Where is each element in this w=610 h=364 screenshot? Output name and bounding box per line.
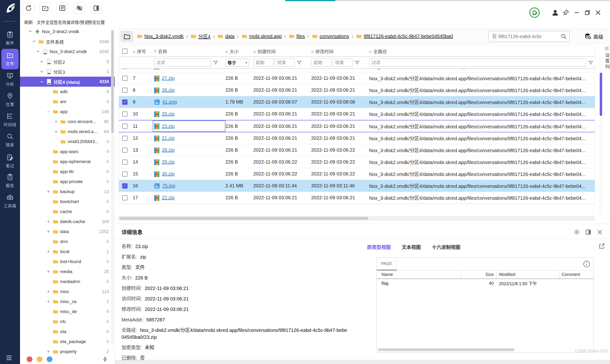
row-checkbox[interactable] (122, 124, 127, 129)
tree-item[interactable]: +data2252 (20, 227, 115, 237)
viewer-column-header[interactable]: Size (461, 271, 497, 279)
tree-item[interactable]: +分区25 (20, 57, 115, 67)
tree-expander-icon[interactable]: − (45, 109, 52, 115)
tree-item[interactable]: +local1 (20, 247, 115, 257)
tree-item[interactable]: adb0 (20, 87, 115, 97)
tree-item[interactable]: +media25 (20, 267, 115, 277)
breadcrumb-item[interactable]: data (217, 33, 234, 39)
tree-item[interactable]: app-asec0 (20, 147, 115, 157)
sidebar-item-timeline[interactable]: 时间线 (1, 110, 19, 130)
tree-expander-icon[interactable]: + (38, 69, 45, 75)
tree-item[interactable]: app-lib0 (20, 167, 115, 177)
viewer-column-header[interactable]: Modified (497, 271, 559, 279)
tree-item[interactable]: lost+found0 (20, 257, 115, 267)
sidebar-item-files[interactable]: 文件 (1, 49, 19, 69)
tree-item[interactable]: +dalvik-cache104 (20, 217, 115, 227)
file-link[interactable]: 41.png (162, 99, 177, 105)
column-header[interactable]: ≡大小 (225, 48, 253, 54)
table-row[interactable]: 624.zip226 B2022-11-09 03:06:212022-11-0… (119, 69, 595, 72)
file-link[interactable]: 26.zip (162, 87, 175, 93)
tree-item[interactable]: +mobi.skred.a...64 (20, 127, 115, 137)
tree-expander-icon[interactable]: + (45, 229, 52, 234)
sidebar-item-case[interactable]: 案件 (1, 28, 19, 49)
tree-item[interactable]: +backup13 (20, 187, 115, 197)
folder-view-button[interactable] (121, 31, 133, 42)
modified-start-input[interactable] (311, 59, 331, 67)
breadcrumb-label[interactable]: Nox_3-disk2.vmdk (144, 34, 184, 39)
viewer-tab-text[interactable]: 文本视图 (402, 244, 421, 252)
table-row[interactable]: 826.zip226 B2022-11-09 03:06:212022-11-0… (119, 84, 595, 96)
user-button[interactable] (552, 9, 559, 16)
breadcrumb-label[interactable]: mobi.skred.app (249, 34, 282, 39)
table-row[interactable]: 1221.zip226 B2022-11-09 03:06:212022-11-… (119, 132, 595, 144)
tree-expander-icon[interactable]: + (53, 119, 60, 125)
column-settings-tab[interactable]: 设置列 (604, 47, 610, 87)
viewer-tab-original[interactable]: 原类型视图 (367, 244, 391, 252)
tree-expander-icon[interactable] (30, 39, 38, 44)
tree-item[interactable]: +misc113 (20, 287, 115, 297)
breadcrumb-label[interactable]: 9f817126-eabd-4c5c-9b47-bebe04545ba0 (364, 34, 453, 39)
table-row[interactable]: 1429.zip226 B2022-11-09 03:06:222022-11-… (119, 156, 595, 168)
breadcrumb-item[interactable]: 9f817126-eabd-4c5c-9b47-bebe04545ba0 (356, 33, 453, 39)
table-row[interactable]: 1123.zip226 B2022-11-09 03:06:212022-11-… (119, 120, 595, 132)
row-checkbox[interactable] (122, 69, 127, 69)
tree-item[interactable]: app-private0 (20, 177, 115, 187)
funnel-icon[interactable] (297, 60, 302, 65)
search-icon[interactable] (561, 33, 567, 39)
file-link[interactable]: 21.zip (162, 135, 175, 141)
table-vertical-scrollbar[interactable] (599, 57, 603, 215)
table-row[interactable]: ✓1675.jpg2.41 MB2022-11-09 03:11:442022-… (119, 180, 595, 192)
funnel-icon[interactable] (588, 60, 593, 65)
table-row-clipped[interactable]: 624.zip226 B2022-11-09 03:06:212022-11-0… (119, 69, 595, 72)
row-checkbox[interactable] (122, 159, 127, 165)
file-link[interactable]: 24.zip (162, 69, 175, 69)
row-checkbox[interactable] (122, 111, 127, 117)
tree-item[interactable]: +property2 (20, 347, 115, 357)
breadcrumb-item[interactable]: conversations (312, 33, 349, 39)
breadcrumb-label[interactable]: conversations (320, 34, 349, 39)
file-link[interactable]: 23.zip (162, 124, 175, 129)
close-detail-icon[interactable] (596, 229, 603, 235)
collapse-tree-button[interactable] (102, 356, 108, 363)
tree-item[interactable]: Nox_3-disk2.vmdk4245 (20, 47, 115, 57)
notify-button[interactable] (529, 7, 540, 18)
tree-item[interactable]: +misc_ce2 (20, 297, 115, 307)
sidebar-item-notes[interactable]: 笔记 (1, 151, 19, 171)
file-link[interactable]: 20.zip (162, 111, 175, 117)
tree-item[interactable]: +com.tencent...85 (20, 117, 115, 127)
column-header[interactable]: ≡修改时间 (311, 48, 369, 54)
tree-expander-icon[interactable]: + (45, 249, 52, 255)
breadcrumb-label[interactable]: files (297, 34, 305, 39)
viewer-column-header[interactable]: Comment (559, 271, 594, 279)
tree-item[interactable]: +分区31 (20, 67, 115, 77)
viewer-tab-hex[interactable]: 十六进制视图 (432, 244, 460, 252)
tree-item[interactable]: vmdl1205843...0 (20, 137, 115, 147)
breadcrumb-item[interactable]: files (289, 33, 305, 39)
name-filter-input[interactable] (154, 59, 211, 67)
row-checkbox[interactable] (122, 136, 127, 141)
tree-item[interactable]: 文件系统4246 (20, 37, 115, 47)
tree-item[interactable]: mediadrm0 (20, 277, 115, 287)
sidebar-item-report[interactable]: 报告 (1, 171, 19, 191)
tree-item[interactable]: Nox_3-disk2.vmdk (20, 27, 115, 37)
tab-page[interactable]: PAGE (377, 258, 397, 271)
tree-item[interactable]: ota0 (20, 327, 115, 337)
tree-item[interactable]: −分区4 (/data)4234 (20, 77, 115, 87)
column-header[interactable]: ≡序号 (131, 48, 153, 54)
row-checkbox[interactable] (122, 171, 127, 177)
viewer-column-header[interactable]: Name (377, 272, 461, 277)
select-all-checkbox[interactable] (122, 49, 127, 54)
viewer-row[interactable]: flag402022/11/8 1:50 下午 (377, 279, 594, 287)
tree-expander-icon[interactable]: + (53, 129, 60, 134)
table-horizontal-scrollbar[interactable] (119, 216, 595, 221)
toolbar-button-refresh[interactable] (23, 2, 34, 14)
tree-item[interactable]: −app149 (20, 107, 115, 117)
tree-scrollbar[interactable] (111, 28, 114, 345)
tree-expander-icon[interactable] (27, 29, 34, 35)
column-header[interactable]: ≡全路径 (369, 48, 595, 54)
menu-icon[interactable] (5, 354, 13, 362)
created-start-input[interactable] (253, 59, 273, 67)
sidebar-item-location[interactable]: 位置 (1, 90, 19, 110)
table-row[interactable]: ✓941.png1.79 MB2022-11-09 03:08:072022-1… (119, 96, 595, 108)
sidebar-item-toolbox[interactable]: 工具箱 (1, 191, 19, 211)
